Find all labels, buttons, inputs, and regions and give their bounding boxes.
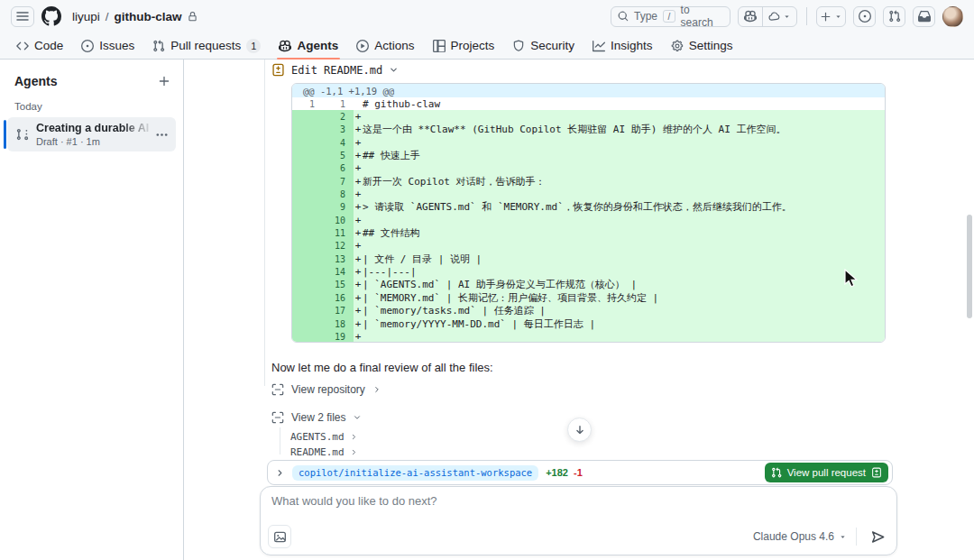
diff-code-text: 新开一次 Copilot 对话时，告诉助手： xyxy=(363,175,546,188)
old-line-number[interactable] xyxy=(292,265,323,278)
page-scrollbar-thumb[interactable] xyxy=(967,215,972,318)
new-line-number[interactable]: 2 xyxy=(323,110,354,123)
github-logo[interactable] xyxy=(41,6,61,26)
model-selector[interactable]: Claude Opus 4.6 xyxy=(753,530,847,543)
old-line-number[interactable] xyxy=(292,175,323,188)
new-line-number[interactable]: 18 xyxy=(323,317,354,330)
old-line-number[interactable] xyxy=(292,317,323,330)
files-indent-line xyxy=(280,427,280,454)
diff-row: 6 + xyxy=(292,162,885,175)
new-line-number[interactable]: 17 xyxy=(323,305,354,317)
old-line-number[interactable] xyxy=(292,124,323,136)
scroll-to-bottom-button[interactable] xyxy=(567,418,592,442)
new-line-number[interactable]: 11 xyxy=(323,226,354,239)
new-line-number[interactable]: 8 xyxy=(323,188,354,200)
new-line-number[interactable]: 15 xyxy=(323,279,354,291)
draft-pull-request-icon xyxy=(16,128,29,141)
avatar[interactable] xyxy=(942,6,963,27)
old-line-number[interactable] xyxy=(292,279,323,291)
repo-owner-link[interactable]: liyupi xyxy=(72,10,100,23)
new-line-number[interactable]: 14 xyxy=(323,265,354,278)
composer-input[interactable] xyxy=(271,494,886,525)
diff-sign: + xyxy=(354,331,363,343)
old-line-number[interactable] xyxy=(292,149,323,161)
diff-row: 3 + 这是一个由 **Claw** (GitHub Copilot 长期驻留 … xyxy=(292,124,885,136)
new-line-number[interactable]: 1 xyxy=(323,97,354,110)
old-line-number[interactable] xyxy=(292,214,323,226)
old-line-number[interactable] xyxy=(292,226,323,239)
create-new-button[interactable] xyxy=(816,6,846,27)
hamburger-menu-button[interactable] xyxy=(11,6,34,27)
new-line-number[interactable]: 16 xyxy=(323,291,354,304)
file-link-readme-md[interactable]: README.md xyxy=(290,446,358,458)
old-line-number[interactable] xyxy=(292,305,323,317)
new-line-number[interactable]: 9 xyxy=(323,201,354,214)
new-line-number[interactable]: 12 xyxy=(323,240,354,252)
old-line-number[interactable] xyxy=(292,110,323,123)
session-meta: Draft · #1 · 1m xyxy=(36,136,155,147)
view-files-action[interactable]: View 2 files xyxy=(271,411,362,424)
view-pull-request-button[interactable]: View pull request xyxy=(765,463,888,482)
inbox-button[interactable] xyxy=(913,6,935,27)
old-line-number[interactable] xyxy=(292,240,323,252)
tab-issues[interactable]: Issues xyxy=(74,32,142,59)
new-line-number[interactable]: 6 xyxy=(323,162,354,175)
old-line-number[interactable] xyxy=(292,252,323,265)
old-line-number[interactable] xyxy=(292,162,323,175)
new-agent-session-button[interactable] xyxy=(158,75,170,87)
tab-settings[interactable]: Settings xyxy=(664,32,740,59)
tab-code[interactable]: Code xyxy=(9,32,70,59)
tab-projects[interactable]: Projects xyxy=(426,32,502,59)
chevron-down-icon xyxy=(353,413,362,422)
new-line-number[interactable]: 4 xyxy=(323,136,354,149)
send-icon xyxy=(870,529,886,545)
old-line-number[interactable] xyxy=(292,330,323,343)
additions-count: +182 xyxy=(546,467,568,478)
composer-footer-divider xyxy=(856,528,857,546)
copilot-icon xyxy=(279,40,291,52)
old-line-number[interactable] xyxy=(292,291,323,304)
tab-insights[interactable]: Insights xyxy=(585,32,660,59)
tab-actions[interactable]: Actions xyxy=(349,32,421,59)
old-line-number[interactable] xyxy=(292,201,323,214)
old-line-number[interactable] xyxy=(292,136,323,149)
diff-sign: + xyxy=(354,162,363,174)
new-line-number[interactable]: 5 xyxy=(323,149,354,161)
branch-name-chip[interactable]: copilot/initialize-ai-assistant-workspac… xyxy=(292,465,538,481)
session-options-button[interactable] xyxy=(155,128,169,142)
pull-requests-nav-button[interactable] xyxy=(883,6,905,27)
diff-code-text: > 请读取 `AGENTS.md` 和 `MEMORY.md`，恢复你的身份和工… xyxy=(363,200,792,214)
view-repository-action[interactable]: View repository xyxy=(271,383,381,396)
file-link-agents-md[interactable]: AGENTS.md xyxy=(290,431,358,443)
copilot-chat-button[interactable] xyxy=(739,7,762,26)
new-line-number[interactable]: 10 xyxy=(323,214,354,226)
edit-file-step-header[interactable]: Edit README.md xyxy=(271,63,399,77)
copilot-agents-dropdown[interactable] xyxy=(762,7,796,26)
pull-request-icon xyxy=(152,40,165,52)
play-icon xyxy=(356,40,369,52)
diff-code-text: ## 文件结构 xyxy=(363,226,420,240)
tab-pull-requests[interactable]: Pull requests1 xyxy=(145,32,268,59)
send-button[interactable] xyxy=(866,525,889,548)
new-line-number[interactable]: 7 xyxy=(323,175,354,188)
chevron-right-icon xyxy=(372,385,381,394)
new-line-number[interactable]: 3 xyxy=(323,124,354,136)
sidebar-section-label: Today xyxy=(0,94,183,117)
diff-code-text: | `memory/tasks.md` | 任务追踪 | xyxy=(363,304,546,317)
new-line-number[interactable]: 19 xyxy=(323,330,354,343)
search-input[interactable]: Type / to search xyxy=(611,6,730,27)
agent-session-item[interactable]: Creating a durable AI assist Draft · #1 … xyxy=(7,117,176,151)
issue-icon xyxy=(859,10,871,23)
assistant-message: Now let me do a final review of all the … xyxy=(271,361,493,374)
tab-agents[interactable]: Agents xyxy=(271,32,345,59)
old-line-number[interactable] xyxy=(292,188,323,200)
attach-image-button[interactable] xyxy=(268,525,291,548)
file-diff-icon xyxy=(271,63,285,77)
repo-name-link[interactable]: github-claw xyxy=(115,10,182,23)
copilot-cloud-icon xyxy=(768,11,780,23)
new-line-number[interactable]: 13 xyxy=(323,252,354,265)
issues-nav-button[interactable] xyxy=(853,6,876,27)
old-line-number[interactable]: 1 xyxy=(292,97,323,110)
tab-security[interactable]: Security xyxy=(505,32,582,59)
branch-bar-expander[interactable] xyxy=(275,468,285,478)
